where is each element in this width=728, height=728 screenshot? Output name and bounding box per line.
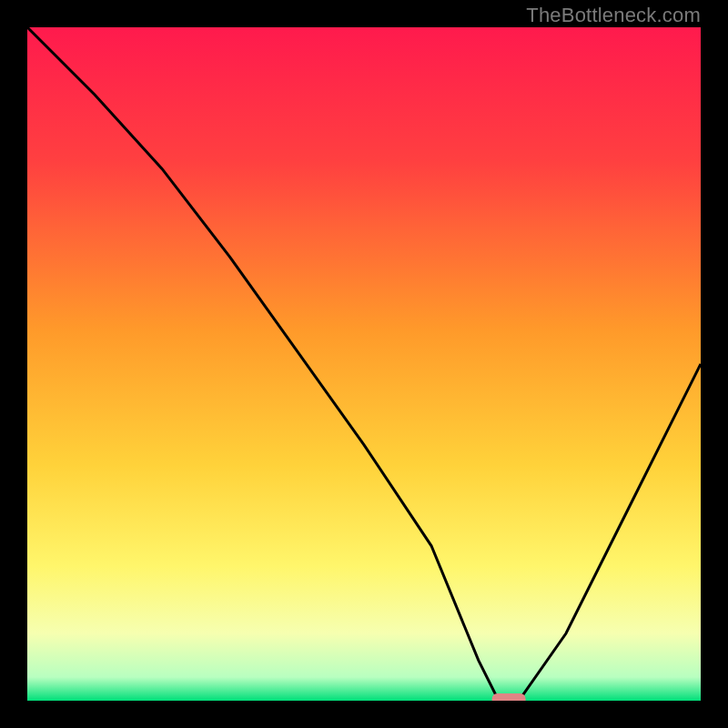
chart-frame: TheBottleneck.com [0, 0, 728, 728]
watermark-text: TheBottleneck.com [526, 4, 701, 27]
optimal-marker [492, 693, 526, 701]
plot-area [27, 27, 701, 701]
chart-svg [27, 27, 701, 701]
bottleneck-curve [27, 27, 701, 701]
